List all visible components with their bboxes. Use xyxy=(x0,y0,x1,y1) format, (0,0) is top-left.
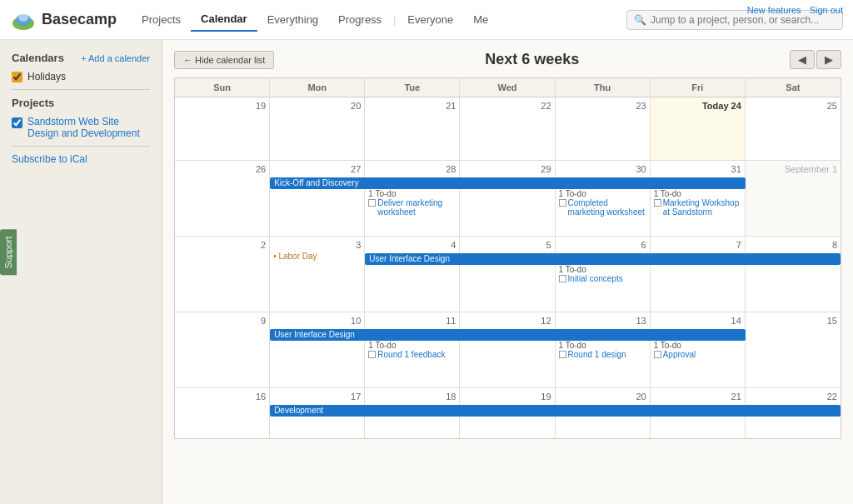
sign-out-link[interactable]: Sign out xyxy=(810,5,843,15)
todo-30[interactable]: Completed marketing worksheet xyxy=(559,198,646,217)
support-tab[interactable]: Support xyxy=(0,229,17,275)
ui-design-event-1[interactable]: User Interface Design xyxy=(365,253,841,265)
cell-sep16: 16 xyxy=(175,388,270,438)
topbar: Basecamp Projects Calendar Everything Pr… xyxy=(0,0,853,40)
cell-aug25: 25 xyxy=(746,97,841,160)
todo-header-sep11: 1 To-do xyxy=(368,341,456,350)
calendar-title: Next 6 weeks xyxy=(274,51,790,68)
cell-aug28: 28 1 To-do Deliver marketing worksheet xyxy=(365,161,460,236)
svg-point-2 xyxy=(18,13,28,22)
cell-sep4: 4 xyxy=(365,237,460,312)
cell-aug22: 22 xyxy=(460,97,555,160)
todo-sep11[interactable]: Round 1 feedback xyxy=(368,350,456,359)
cell-aug27: 27 xyxy=(270,161,365,236)
prev-arrow[interactable]: ◀ xyxy=(790,50,815,69)
search-icon: 🔍 xyxy=(634,14,646,26)
todo-header-30: 1 To-do xyxy=(559,189,646,198)
cell-sep15: 15 xyxy=(746,312,841,387)
cell-aug19: 19 xyxy=(175,97,270,160)
topbar-right: New features Sign out xyxy=(747,5,843,15)
nav-projects[interactable]: Projects xyxy=(132,8,191,31)
project-sandstorm: Sandstorm Web Site Design and Developmen… xyxy=(12,116,150,139)
calendar-holidays: Holidays xyxy=(12,71,150,82)
day-tue: Tue xyxy=(365,78,460,97)
calendar-area: ← Hide calendar list Next 6 weeks ◀ ▶ Su… xyxy=(162,40,853,504)
week-row-1: 19 20 21 22 23 Today 24 25 xyxy=(175,97,841,161)
todo-sep6[interactable]: Initial concepts xyxy=(559,274,646,283)
ui-design-event-2[interactable]: User Interface Design xyxy=(270,329,746,341)
todo-sep14[interactable]: Approval xyxy=(654,350,741,359)
development-event[interactable]: Development xyxy=(270,405,841,417)
sidebar: Calendars + Add a calender Holidays Proj… xyxy=(0,40,162,504)
calendar-grid: Sun Mon Tue Wed Thu Fri Sat 19 20 21 22 … xyxy=(174,77,841,439)
todo-header-28: 1 To-do xyxy=(368,189,456,198)
cell-aug24-today: Today 24 xyxy=(651,97,746,160)
nav-everyone[interactable]: Everyone xyxy=(397,8,463,31)
todo-sep13[interactable]: Round 1 design xyxy=(559,350,646,359)
sandstorm-label: Sandstorm Web Site Design and Developmen… xyxy=(27,116,150,139)
sidebar-divider-1 xyxy=(12,89,150,90)
cell-sep6: 6 1 To-do Initial concepts xyxy=(556,237,651,312)
cell-aug31: 31 1 To-do Marketing Workshop at Sandsto… xyxy=(651,161,746,236)
week-row-3: User Interface Design 2 3 • Labor Day 4 … xyxy=(175,237,841,312)
holidays-checkbox[interactable] xyxy=(12,72,22,82)
nav-progress[interactable]: Progress xyxy=(328,8,392,31)
cell-sep13: 13 1 To-do Round 1 design xyxy=(556,312,651,387)
kickoff-event[interactable]: Kick-Off and Discovery xyxy=(270,177,746,189)
sandstorm-checkbox[interactable] xyxy=(12,117,22,128)
cell-sep2: 2 xyxy=(175,237,270,312)
projects-title: Projects xyxy=(12,97,54,109)
ical-link[interactable]: Subscribe to iCal xyxy=(12,153,87,165)
week-row-4: User Interface Design 9 10 11 1 To-do Ro… xyxy=(175,312,841,388)
labor-day: • Labor Day xyxy=(273,252,361,261)
day-sat: Sat xyxy=(746,78,841,97)
cell-aug29: 29 xyxy=(460,161,555,236)
todo-header-31: 1 To-do xyxy=(654,189,741,198)
cell-sep12: 12 xyxy=(460,312,555,387)
logo-text[interactable]: Basecamp xyxy=(42,11,117,28)
todo-header-sep14: 1 To-do xyxy=(654,341,741,350)
day-mon: Mon xyxy=(270,78,365,97)
calendar-header: ← Hide calendar list Next 6 weeks ◀ ▶ xyxy=(174,50,841,69)
cell-aug30: 30 1 To-do Completed marketing worksheet xyxy=(556,161,651,236)
holidays-label: Holidays xyxy=(27,71,66,82)
todo-31[interactable]: Marketing Workshop at Sandstorm xyxy=(654,198,741,217)
logo-area[interactable]: Basecamp xyxy=(10,7,117,33)
cell-sep8: 8 xyxy=(746,237,841,312)
cell-sep7: 7 xyxy=(651,237,746,312)
day-thu: Thu xyxy=(556,78,651,97)
week-row-2: Kick-Off and Discovery 26 27 28 1 To-do … xyxy=(175,161,841,237)
add-calendar-link[interactable]: + Add a calender xyxy=(81,53,150,63)
day-fri: Fri xyxy=(651,78,746,97)
nav-everything[interactable]: Everything xyxy=(257,8,328,31)
todo-header-sep6: 1 To-do xyxy=(559,265,646,274)
cell-sep5: 5 xyxy=(460,237,555,312)
day-wed: Wed xyxy=(460,78,555,97)
todo-header-sep13: 1 To-do xyxy=(559,341,646,350)
days-header: Sun Mon Tue Wed Thu Fri Sat xyxy=(175,78,841,97)
cell-aug26: 26 xyxy=(175,161,270,236)
hide-calendar-btn[interactable]: ← Hide calendar list xyxy=(174,51,274,69)
todo-28[interactable]: Deliver marketing worksheet xyxy=(368,198,456,217)
cell-sep3: 3 • Labor Day xyxy=(270,237,365,312)
cell-sep11: 11 1 To-do Round 1 feedback xyxy=(365,312,460,387)
next-arrow[interactable]: ▶ xyxy=(816,50,841,69)
cell-sep14: 14 1 To-do Approval xyxy=(651,312,746,387)
main-nav: Projects Calendar Everything Progress | … xyxy=(132,7,498,32)
nav-calendar[interactable]: Calendar xyxy=(191,7,257,32)
sidebar-divider-2 xyxy=(12,146,150,147)
new-features-link[interactable]: New features xyxy=(747,5,801,15)
cell-aug20: 20 xyxy=(270,97,365,160)
cell-sep10: 10 xyxy=(270,312,365,387)
week-row-5: Development 16 17 18 19 20 21 22 xyxy=(175,388,841,438)
support-label: Support xyxy=(3,236,13,268)
search-input[interactable] xyxy=(651,14,836,26)
nav-separator: | xyxy=(393,14,396,26)
day-sun: Sun xyxy=(175,78,270,97)
calendars-title: Calendars xyxy=(12,52,64,64)
cell-aug23: 23 xyxy=(556,97,651,160)
basecamp-logo-icon xyxy=(10,7,37,33)
nav-me[interactable]: Me xyxy=(463,8,498,31)
cell-sep9: 9 xyxy=(175,312,270,387)
cell-aug21: 21 xyxy=(365,97,460,160)
